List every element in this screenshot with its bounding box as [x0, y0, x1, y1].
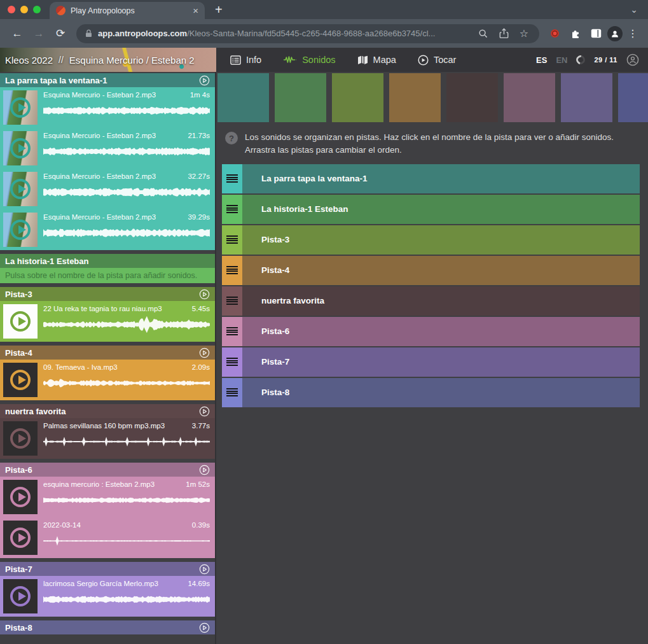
audio-clip[interactable]: lacrimosa Sergio García Merlo.mp314.69s	[0, 576, 215, 617]
track-section-header[interactable]: Pista-3	[0, 287, 215, 301]
clip-thumbnail[interactable]	[3, 480, 38, 514]
share-icon[interactable]	[496, 28, 511, 39]
clip-thumbnail[interactable]	[3, 521, 38, 555]
window-close-button[interactable]	[8, 6, 15, 13]
track-color-swatch[interactable]	[618, 73, 648, 122]
clip-thumbnail[interactable]	[3, 421, 38, 456]
track-section-header[interactable]: Pista-7	[0, 562, 215, 576]
tab-mapa[interactable]: Mapa	[357, 55, 396, 65]
section-play-icon[interactable]	[199, 622, 210, 633]
track-color-swatch[interactable]	[332, 73, 383, 122]
section-play-icon[interactable]	[199, 75, 210, 86]
audio-clip[interactable]: 22 Ua reka te tagnia to rau niau.mp35.45…	[0, 301, 215, 342]
track-row[interactable]: La parra tapa la ventana-1	[222, 164, 640, 193]
clip-play-icon[interactable]	[10, 138, 31, 158]
audio-clip[interactable]: Esquina Mercurio - Esteban 2.mp332.27s	[0, 169, 215, 209]
record-indicator-icon[interactable]	[551, 29, 559, 38]
clip-thumbnail[interactable]	[3, 213, 38, 247]
track-section-header[interactable]: La parra tapa la ventana-1	[0, 73, 215, 87]
clip-play-icon[interactable]	[10, 179, 31, 199]
clip-play-icon[interactable]	[10, 428, 31, 449]
track-row[interactable]: Pista-7	[222, 347, 640, 377]
track-drag-handle[interactable]	[222, 195, 242, 224]
track-drag-handle[interactable]	[222, 164, 242, 193]
window-zoom-button[interactable]	[33, 6, 41, 13]
back-button[interactable]: ←	[8, 24, 27, 43]
forward-button[interactable]: →	[29, 24, 48, 43]
new-tab-button[interactable]: +	[215, 3, 223, 17]
address-bar[interactable]: app.antropoloops.com/Kleos-Santa-Marina/…	[76, 24, 539, 43]
track-row[interactable]: Pista-4	[222, 256, 640, 285]
section-play-icon[interactable]	[199, 289, 210, 300]
tab-tocar[interactable]: Tocar	[418, 55, 456, 66]
track-color-swatch[interactable]	[446, 73, 498, 122]
audio-clip[interactable]: Palmas sevillanas 160 bpm mp3.mp33.77s	[0, 418, 215, 459]
track-row-body[interactable]: Pista-3	[242, 225, 640, 255]
clip-thumbnail[interactable]	[3, 579, 38, 613]
clip-play-icon[interactable]	[10, 487, 31, 507]
profile-avatar[interactable]	[607, 26, 623, 41]
track-row-body[interactable]: Pista-7	[242, 347, 640, 377]
clip-play-icon[interactable]	[10, 97, 31, 118]
tab-search-chevron-icon[interactable]: ⌄	[630, 4, 638, 15]
track-color-swatch[interactable]	[561, 73, 612, 122]
track-row[interactable]: nuertra favorita	[222, 286, 640, 316]
track-drag-handle[interactable]	[222, 347, 242, 377]
track-row-body[interactable]: Pista-8	[242, 378, 640, 407]
track-color-swatch[interactable]	[275, 73, 326, 122]
track-section-header[interactable]: Pista-4	[0, 346, 215, 360]
lang-es-button[interactable]: ES	[536, 55, 547, 65]
track-row-body[interactable]: La historia-1 Esteban	[242, 195, 640, 224]
clip-play-icon[interactable]	[10, 311, 31, 332]
track-row[interactable]: Pista-3	[222, 225, 640, 255]
clip-play-icon[interactable]	[10, 586, 31, 606]
url-text[interactable]: app.antropoloops.com/Kleos-Santa-Marina/…	[98, 29, 471, 38]
section-play-icon[interactable]	[199, 406, 210, 417]
clip-thumbnail[interactable]	[3, 90, 38, 125]
track-row-body[interactable]: nuertra favorita	[242, 286, 640, 316]
section-play-icon[interactable]	[199, 347, 210, 358]
track-section-header[interactable]: Pista-6	[0, 463, 215, 477]
track-drag-handle[interactable]	[222, 256, 242, 285]
tab-close-icon[interactable]: ×	[193, 6, 198, 15]
clip-thumbnail[interactable]	[3, 304, 38, 339]
tab-sonidos[interactable]: Sonidos	[283, 55, 335, 65]
window-minimize-button[interactable]	[20, 6, 28, 13]
audio-clip[interactable]: Esquina Mercurio - Esteban 2.mp339.29s	[0, 209, 215, 250]
audio-clip[interactable]: 2022-03-140.39s	[0, 517, 215, 558]
browser-menu-icon[interactable]: ⋮	[625, 27, 640, 39]
bookmark-star-icon[interactable]: ☆	[516, 27, 532, 39]
clip-thumbnail[interactable]	[3, 131, 38, 165]
track-row-body[interactable]: La parra tapa la ventana-1	[242, 164, 640, 193]
track-section-header[interactable]: La historia-1 Esteban	[0, 254, 215, 268]
side-panel-icon[interactable]	[587, 29, 605, 38]
track-section-header[interactable]: Pista-8	[0, 620, 215, 634]
clip-thumbnail[interactable]	[3, 172, 38, 206]
extensions-puzzle-icon[interactable]	[567, 28, 584, 39]
reload-button[interactable]: ⟳	[51, 24, 70, 43]
tab-info[interactable]: Info	[230, 55, 261, 65]
section-play-icon[interactable]	[199, 465, 210, 475]
track-color-swatch[interactable]	[504, 73, 555, 122]
clip-play-icon[interactable]	[10, 370, 31, 390]
lang-en-button[interactable]: EN	[556, 55, 567, 65]
track-row[interactable]: La historia-1 Esteban	[222, 195, 640, 224]
audio-clip[interactable]: esquina mercurio : Esteban 2.mp31m 52s	[0, 477, 215, 517]
track-drag-handle[interactable]	[222, 317, 242, 346]
track-section-header[interactable]: nuertra favorita	[0, 404, 215, 418]
track-color-swatch[interactable]	[389, 73, 441, 122]
track-color-swatch[interactable]	[217, 73, 269, 122]
section-play-icon[interactable]	[199, 564, 210, 575]
track-row[interactable]: Pista-8	[222, 378, 640, 407]
track-drag-handle[interactable]	[222, 286, 242, 316]
track-drag-handle[interactable]	[222, 225, 242, 255]
clip-thumbnail[interactable]	[3, 363, 38, 397]
track-row-body[interactable]: Pista-6	[242, 317, 640, 346]
track-row[interactable]: Pista-6	[222, 317, 640, 346]
track-row-body[interactable]: Pista-4	[242, 256, 640, 285]
browser-tab[interactable]: Play Antropoloops ×	[50, 2, 205, 19]
track-drag-handle[interactable]	[222, 378, 242, 407]
clip-play-icon[interactable]	[10, 528, 31, 548]
zoom-page-icon[interactable]	[476, 29, 491, 39]
audio-clip[interactable]: Esquina Mercurio - Esteban 2.mp31m 4s	[0, 87, 215, 128]
